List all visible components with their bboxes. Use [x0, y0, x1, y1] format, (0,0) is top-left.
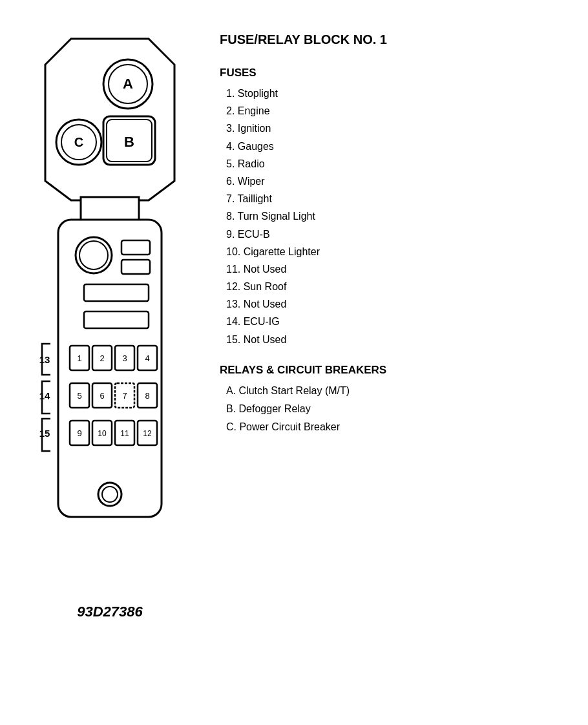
fuse-item: 2. Engine: [220, 102, 569, 120]
relay-item: C. Power Circuit Breaker: [220, 418, 569, 436]
svg-rect-14: [121, 260, 150, 274]
svg-text:15: 15: [39, 428, 50, 439]
main-title: FUSE/RELAY BLOCK NO. 1: [220, 32, 569, 47]
svg-text:B: B: [124, 134, 134, 150]
fuse-item: 13. Not Used: [220, 295, 569, 313]
info-section: FUSE/RELAY BLOCK NO. 1 FUSES 1. Stopligh…: [220, 26, 569, 620]
fuses-header: FUSES: [220, 67, 569, 79]
fuse-item: 4. Gauges: [220, 138, 569, 155]
diagram-code: 93D27386: [77, 604, 143, 620]
fuse-item: 15. Not Used: [220, 331, 569, 348]
svg-text:A: A: [123, 76, 133, 92]
relay-list: A. Clutch Start Relay (M/T)B. Defogger R…: [220, 382, 569, 436]
svg-text:1: 1: [77, 353, 81, 363]
fuse-item: 7. Taillight: [220, 190, 569, 207]
svg-text:13: 13: [39, 354, 50, 365]
svg-point-12: [79, 241, 108, 269]
fuse-item: 5. Radio: [220, 155, 569, 173]
svg-rect-15: [84, 284, 149, 301]
fuse-item: 1. Stoplight: [220, 85, 569, 102]
fuse-item: 9. ECU-B: [220, 226, 569, 243]
fuse-item: 12. Sun Roof: [220, 278, 569, 295]
fuse-item: 6. Wiper: [220, 173, 569, 190]
fuse-item: 14. ECU-IG: [220, 313, 569, 330]
fuse-item: 3. Ignition: [220, 120, 569, 137]
svg-text:2: 2: [100, 353, 104, 363]
svg-text:14: 14: [39, 390, 50, 401]
svg-text:6: 6: [100, 391, 104, 401]
svg-text:5: 5: [77, 391, 81, 401]
svg-text:11: 11: [120, 429, 129, 438]
relays-header: RELAYS & CIRCUIT BREAKERS: [220, 364, 569, 377]
diagram-section: A C B: [19, 26, 200, 620]
svg-rect-13: [121, 240, 150, 255]
fuse-item: 10. Cigarette Lighter: [220, 243, 569, 260]
svg-rect-16: [84, 311, 149, 328]
svg-text:10: 10: [98, 429, 107, 438]
svg-text:4: 4: [145, 353, 149, 363]
fuse-list: 1. Stoplight2. Engine3. Ignition4. Gauge…: [220, 85, 569, 348]
fuse-item: 8. Turn Signal Light: [220, 207, 569, 225]
fuse-block-diagram: A C B: [32, 32, 187, 591]
relay-item: B. Defogger Relay: [220, 400, 569, 418]
svg-text:C: C: [74, 135, 83, 149]
svg-text:8: 8: [145, 391, 149, 401]
svg-point-45: [102, 487, 118, 502]
svg-text:9: 9: [77, 428, 81, 438]
svg-text:3: 3: [122, 353, 127, 363]
svg-text:12: 12: [143, 429, 152, 438]
svg-text:7: 7: [122, 391, 127, 401]
relay-item: A. Clutch Start Relay (M/T): [220, 382, 569, 400]
fuse-item: 11. Not Used: [220, 260, 569, 278]
